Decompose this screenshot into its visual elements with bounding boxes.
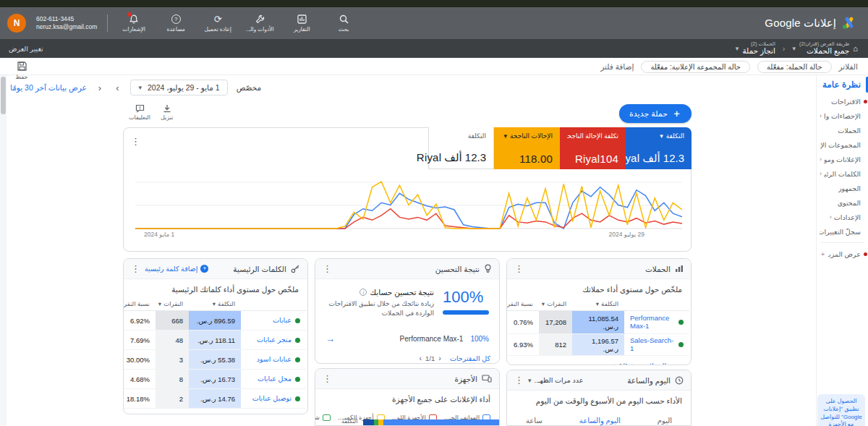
filter-chip-campaign-status[interactable]: حالة الحملة: مفعّلة — [757, 61, 832, 73]
day-hour-metric-dropdown[interactable]: عدد مرات الظهـ.. ▾ — [528, 376, 583, 384]
column-header-ctr[interactable]: نسبة النقر إلى الـ..▾ — [123, 297, 156, 311]
show-last-30-days-link[interactable]: عرض بيانات آخر 30 يومًا — [10, 83, 87, 92]
context-bar: ⌂ طريقة العرض (قتزان/2) جميع الحملات ▾ ‹… — [0, 39, 868, 58]
chevron-down-icon: ▾ — [736, 45, 739, 52]
campaign-selector-value: انجاز حملة — [742, 47, 775, 56]
scrollbar-thumb[interactable] — [1, 77, 6, 114]
column-header-cost[interactable]: التكلفة▾ — [572, 297, 624, 311]
column-header-clicks[interactable]: النقرات▾ — [539, 297, 572, 311]
prev-page-icon[interactable]: ‹ — [419, 354, 422, 362]
sidebar-item-insights-reports[interactable]: الإحصاءات والتقارير ‹ — [817, 108, 868, 123]
add-filter-button[interactable]: إضافة فلتر — [600, 62, 634, 71]
sidebar-item-content[interactable]: المحتوى — [817, 195, 868, 210]
campaign-selector[interactable]: الحملات (2) انجاز حملة ▾ — [736, 41, 775, 55]
devices-bar-segment — [363, 419, 374, 425]
performance-chart-plot[interactable]: 1 مايو 2024 29 يوليو 2024 — [135, 179, 682, 239]
keyword-link[interactable]: متجر عبايات — [257, 336, 292, 344]
date-range-dropdown[interactable]: 1 مايو - 29 يوليو، 2024 ▾ — [130, 80, 227, 95]
optimization-card-title: نتيجة التحسين — [435, 265, 480, 273]
tab-hour[interactable]: ساعة — [526, 417, 542, 426]
filters-bar: الفلاتر حالة الحملة: مفعّلة حالة المجموع… — [0, 58, 868, 75]
keywords-table: التكلفة▾ النقرات▾ نسبة النقر إلى الـ..▾ … — [125, 297, 306, 409]
campaign-link[interactable]: Sales-Search-1 — [630, 337, 675, 353]
account-info[interactable]: 602-611-3445 neruz.ksa@gmail.com — [36, 15, 97, 30]
next-page-icon[interactable]: › — [160, 414, 163, 414]
go-to-campaign-arrow-icon[interactable]: → — [326, 333, 335, 344]
help-icon: ? — [171, 14, 181, 25]
keyword-row-clicks: 8 — [156, 370, 189, 389]
info-icon[interactable]: i — [359, 289, 367, 296]
metric-chip-cpa-value: Riyal104 — [567, 153, 618, 165]
optimization-pagination: ‹ 1/1 › — [419, 354, 441, 362]
keyword-link[interactable]: محل عبايات — [258, 375, 292, 383]
keyword-link[interactable]: توصيل عبايات — [252, 395, 292, 403]
keyword-link[interactable]: عبايات اسود — [257, 356, 292, 364]
column-header-clicks[interactable]: النقرات▾ — [156, 297, 189, 311]
chart-card-menu-button[interactable]: ⋮ — [131, 137, 140, 146]
reports-button[interactable]: التقارير — [286, 14, 318, 33]
metric-chip-cost-per-conversion[interactable]: تكلفة الإحالة الناجحة▾ Riyal104 — [560, 127, 626, 169]
view-selector[interactable]: ⌂ طريقة العرض (قتزان/2) جميع الحملات ▾ — [793, 41, 858, 55]
tab-day-and-hour[interactable]: اليوم والساعة — [579, 417, 621, 426]
help-button[interactable]: ? مساعدة — [160, 14, 192, 33]
date-prev-button[interactable]: ‹ — [95, 82, 104, 93]
prev-page-icon[interactable]: ‹ — [613, 361, 616, 365]
sidebar-item-keywords[interactable]: الكلمات الرئيسية ‹ — [817, 166, 868, 181]
day-hour-card-title: اليوم والساعة — [627, 376, 671, 385]
search-button[interactable]: بحث — [328, 14, 359, 33]
day-hour-card-menu-button[interactable]: ⋮ — [514, 375, 524, 385]
sidebar-item-change-history[interactable]: سجلّ التغييرات — [817, 224, 868, 239]
mobile-app-promo[interactable]: الحصول على تطبيق "إعلانات Google" للتواص… — [817, 394, 865, 426]
negative-keywords-link[interactable]: الكلمات الرئيسية السلبية — [171, 414, 242, 415]
campaign-link[interactable]: Performance Max-1 — [630, 315, 675, 331]
keywords-card-footer: الكلمات الرئيسية الكلمات الرئيسية السلبي… — [124, 409, 307, 414]
chevron-left-icon: ‹ — [830, 213, 832, 221]
feedback-button[interactable]: التعليقات — [129, 104, 150, 121]
sidebar-item-recommendations[interactable]: الاقتراحات — [817, 94, 868, 108]
tools-settings-button[interactable]: الأدوات والـ.. — [244, 14, 276, 33]
next-page-icon[interactable]: › — [632, 361, 635, 365]
tab-day[interactable]: اليوم — [658, 417, 672, 426]
sidebar-item-settings[interactable]: الإعدادات ‹ — [817, 210, 868, 224]
sidebar-item-ad-groups[interactable]: المجموعات الإعلانية — [817, 137, 868, 152]
download-button[interactable]: تنزيل — [161, 104, 173, 121]
notifications-button[interactable]: الإشعارات — [118, 14, 150, 33]
keyword-row-clicks: 3 — [156, 350, 189, 370]
all-recommendations-link[interactable]: كل المقترحات — [450, 354, 490, 362]
devices-card-subtitle: أداء الإعلانات على جميع الأجهزة — [315, 389, 499, 406]
keyword-row-clicks: 2 — [156, 389, 189, 409]
filter-chip-adgroup-status[interactable]: حالة المجموعة الإعلانية: مفعّلة — [641, 61, 750, 73]
all-campaigns-link[interactable]: جميع الحملات — [643, 362, 682, 366]
refresh-button[interactable]: ⟳ إعادة تحميل — [202, 14, 234, 33]
sidebar-item-campaigns[interactable]: الحملات — [817, 123, 868, 137]
metric-chip-conversions[interactable]: الإحالات الناجحة▾ 118.00 — [494, 127, 560, 169]
keyword-link[interactable]: عبايات — [273, 317, 292, 325]
optimization-card-menu-button[interactable]: ⋮ — [323, 264, 332, 273]
prev-page-icon[interactable]: ‹ — [137, 414, 140, 414]
sidebar-item-overview[interactable]: نظرة عامة — [817, 75, 868, 94]
campaign-score-row[interactable]: 100% Performance Max-1 → — [315, 322, 499, 349]
avatar[interactable]: N — [7, 14, 26, 33]
sidebar-item-show-more[interactable]: عرض المزيد ＋ — [817, 247, 868, 261]
sidebar-item-ads-assets[interactable]: الإعلانات ومواد العرض ‹ — [817, 152, 868, 166]
column-header-cost[interactable]: التكلفة▾ — [189, 297, 241, 311]
keywords-card-menu-button[interactable]: ⋮ — [131, 264, 140, 273]
sidebar-item-audiences[interactable]: الجمهور — [817, 181, 868, 195]
change-view-button[interactable]: تغيير العرض — [9, 39, 43, 58]
devices-card-menu-button[interactable]: ⋮ — [323, 374, 332, 383]
keywords-link[interactable]: الكلمات الرئيسية — [250, 414, 299, 415]
new-campaign-button[interactable]: ＋ حملة جديدة — [619, 104, 692, 123]
add-keyword-button[interactable]: + إضافة كلمة رئيسية — [145, 265, 208, 273]
metric-chip-unselected[interactable]: التكلفة 12.3 ألف Riyal — [428, 127, 494, 169]
score-label: نتيجة تحسين حسابك — [370, 288, 434, 297]
next-page-icon[interactable]: › — [438, 354, 441, 362]
metric-chip-cost[interactable]: التكلفة▾ 12.3 ألف Riyal — [626, 127, 692, 169]
date-next-button[interactable]: › — [113, 82, 122, 93]
bell-icon — [129, 14, 138, 25]
campaigns-card-footer: جميع الحملات ‹ 1/1 › — [507, 356, 691, 365]
refresh-icon: ⟳ — [214, 14, 222, 25]
campaigns-card-menu-button[interactable]: ⋮ — [514, 264, 524, 273]
account-score-value: 100% — [443, 288, 489, 307]
vertical-scrollbar[interactable] — [0, 75, 7, 426]
column-header-ctr[interactable]: نسبة النقر إلى الـ..▾ — [506, 297, 539, 311]
